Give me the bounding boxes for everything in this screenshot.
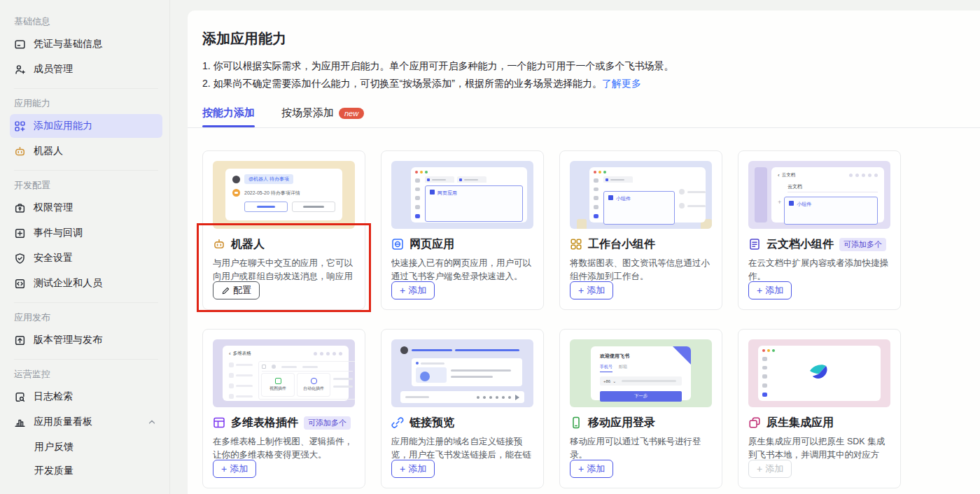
chat-mockup (391, 339, 533, 407)
sidebar-item-bot[interactable]: 机器人 (10, 139, 162, 163)
card-preview-bitable: ‹多维表格 视图插件 自动化插件 (213, 339, 355, 407)
card-bitable-plugin[interactable]: ‹多维表格 视图插件 自动化插件 (202, 329, 365, 488)
card-link-preview[interactable]: 链接预览 应用能为注册的域名自定义链接预览，用户在飞书发送链接后，能在链接下方展… (381, 329, 544, 488)
back-icon: ‹ (778, 172, 780, 178)
add-button[interactable]: +添加 (213, 460, 256, 478)
card-workplace-widget[interactable]: 小组件 工作台小组件 将数据图表、图文资讯等信息通过小组件添加到工作台。 +添加 (559, 150, 722, 310)
configure-button[interactable]: 配置 (213, 281, 260, 299)
sidebar-section-header: 应用能力 (14, 97, 162, 110)
card-native-app[interactable]: 原生集成应用 原生集成应用可以把原生 SDK 集成到飞书本地，并调用其中的对应方… (738, 329, 901, 488)
native-app-icon (748, 416, 761, 429)
traffic-lights-icon (415, 171, 523, 174)
sidebar-section-header: 基础信息 (14, 15, 162, 28)
sidebar-item-label: 版本管理与发布 (34, 334, 102, 346)
workplace-grid-icon (570, 238, 582, 250)
plus-icon: + (400, 464, 405, 474)
intro-line-1: 1. 你可以根据实际需求，为应用开启能力。单个应用可开启多种能力，一个能力可用于… (202, 57, 980, 75)
divider (14, 88, 158, 89)
card-description: 将数据图表、图文资讯等信息通过小组件添加到工作台。 (570, 257, 712, 281)
web-app-icon (391, 238, 404, 250)
sidebar-item-label: 成员管理 (34, 63, 73, 76)
page-title: 添加应用能力 (202, 29, 980, 48)
sidebar-item-events[interactable]: 事件与回调 (10, 221, 162, 245)
card-title: 网页应用 (410, 237, 454, 252)
sidebar-item-add-capability[interactable]: 添加应用能力 (10, 114, 162, 138)
sidebar-section-header: 应用发布 (14, 311, 162, 324)
add-button[interactable]: +添加 (391, 460, 435, 478)
sidebar-item-security[interactable]: 安全设置 (10, 246, 162, 270)
back-icon: ‹ (229, 351, 231, 357)
add-button[interactable]: +添加 (748, 281, 792, 299)
sidebar-item-label: 日志检索 (34, 390, 73, 403)
pencil-icon (221, 286, 230, 295)
multi-add-badge: 可添加多个 (839, 238, 886, 251)
traffic-lights-icon (762, 349, 876, 352)
version-publish-icon (14, 334, 26, 346)
sidebar-item-members[interactable]: 成员管理 (10, 57, 162, 81)
security-shield-icon (14, 253, 26, 264)
divider (14, 359, 158, 360)
tab-by-capability[interactable]: 按能力添加 (202, 106, 255, 127)
bitable-icon (213, 416, 225, 429)
sidebar-item-label: 机器人 (34, 145, 63, 157)
sidebar-item-permissions[interactable]: 权限管理 (10, 196, 162, 220)
card-preview-mobile-login: 欢迎使用飞书 手机号邮箱 +86⌄ 下一步 (570, 339, 712, 407)
log-search-icon (14, 391, 26, 403)
sidebar-section-header: 运营监控 (14, 368, 162, 381)
sidebar-item-credentials[interactable]: 凭证与基础信息 (10, 32, 162, 56)
robot-icon (213, 238, 225, 250)
learn-more-link[interactable]: 了解更多 (602, 78, 641, 89)
robot-avatar-icon (232, 189, 240, 197)
card-description: 在多维表格上制作视图、逻辑插件，让你的多维表格变得更强大。 (213, 435, 355, 460)
link-icon (391, 416, 404, 429)
card-title: 云文档小组件 (766, 237, 834, 252)
window-mockup: 网页应用 (411, 167, 527, 223)
sidebar-item-label: 安全设置 (34, 252, 73, 264)
sidebar-subitem-dev-quality[interactable]: 开发质量 (10, 459, 162, 483)
card-docs-widget[interactable]: ‹云文档 云文档 + 小组件 云文档小组件 可添加多个 在云文档中扩展内容或者添… (738, 150, 901, 310)
test-code-icon (14, 278, 26, 290)
send-icon (515, 395, 519, 400)
tab-by-scenario[interactable]: 按场景添加 new (281, 106, 364, 127)
member-add-icon (14, 64, 26, 76)
traffic-lights-icon (594, 171, 701, 174)
chat-mockup: @机器人 待办事项 2022-05-20 待办事项详情 (225, 169, 342, 220)
card-mobile-login[interactable]: 欢迎使用飞书 手机号邮箱 +86⌄ 下一步 移动应用登录 移动应用可以通过飞书账… (559, 329, 722, 488)
plus-icon: + (757, 464, 762, 474)
chevron-down-icon: ⌄ (612, 379, 616, 383)
add-button[interactable]: +添加 (391, 281, 435, 299)
capability-grid: @机器人 待办事项 2022-05-20 待办事项详情 机器人 与用户在聊天中交… (202, 150, 980, 488)
add-button-disabled[interactable]: +添加 (748, 460, 792, 478)
sidebar-item-test-enterprise[interactable]: 测试企业和人员 (10, 271, 162, 295)
credential-icon (14, 38, 26, 50)
sidebar-section-header: 开发配置 (14, 179, 162, 192)
corner-badge (673, 346, 691, 365)
sidebar-item-quality-dashboard[interactable]: 应用质量看板 (10, 410, 162, 434)
chevron-up-icon[interactable] (147, 417, 157, 427)
avatar (400, 346, 408, 354)
card-description: 移动应用可以通过飞书账号进行登录。 (570, 435, 712, 460)
card-preview-workplace-widget: 小组件 (570, 161, 712, 229)
card-bot[interactable]: @机器人 待办事项 2022-05-20 待办事项详情 机器人 与用户在聊天中交… (202, 150, 365, 310)
card-preview-link (391, 339, 533, 407)
doc-mockup: ‹云文档 云文档 + 小组件 (771, 167, 884, 223)
sidebar-item-log-search[interactable]: 日志检索 (10, 385, 162, 409)
card-description: 在云文档中扩展内容或者添加快捷操作。 (748, 257, 890, 281)
card-description: 原生集成应用可以把原生 SDK 集成到飞书本地，并调用其中的对应方法，为用户提… (748, 435, 890, 460)
intro-line-2: 2. 如果尚不确定需要添加什么能力，可切换至“按场景添加”，根据所需的业务场景选… (202, 75, 980, 92)
sidebar-subitem-user-feedback[interactable]: 用户反馈 (10, 435, 162, 459)
sidebar-item-version-publish[interactable]: 版本管理与发布 (10, 328, 162, 352)
card-description: 与用户在聊天中交互的应用，它可以向用户或群组自动发送消息，响应用户的消… (213, 257, 355, 281)
intro-text: 1. 你可以根据实际需求，为应用开启能力。单个应用可开启多种能力，一个能力可用于… (202, 57, 980, 92)
quality-dashboard-icon (14, 416, 26, 428)
avatar (232, 176, 240, 183)
permission-lock-icon (14, 202, 26, 214)
card-title: 多维表格插件 (231, 416, 298, 430)
card-web-app[interactable]: 网页应用 网页应用 快速接入已有的网页应用，用户可以通过飞书客户端免登录快速进入… (381, 150, 544, 310)
card-title: 链接预览 (410, 416, 454, 430)
add-button[interactable]: +添加 (570, 460, 613, 478)
new-badge: new (339, 108, 364, 119)
add-button[interactable]: +添加 (570, 281, 613, 299)
plus-icon: + (757, 285, 762, 295)
divider (188, 127, 980, 128)
